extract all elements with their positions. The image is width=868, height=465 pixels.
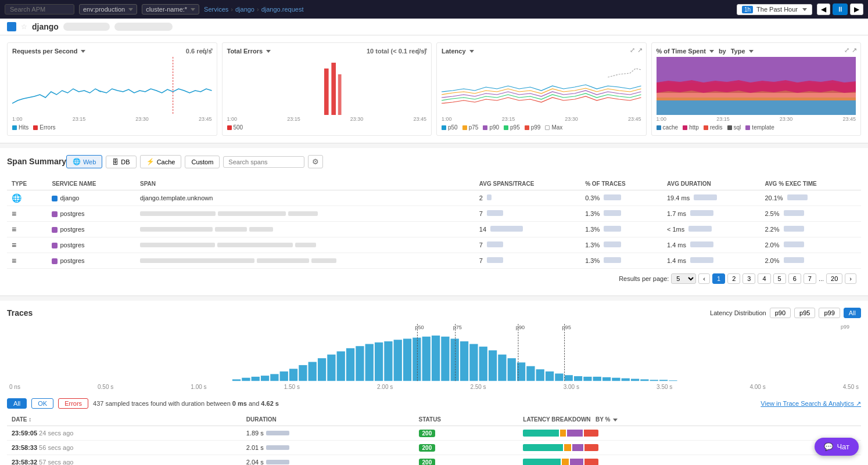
trace-status-cell: 200 xyxy=(414,441,519,455)
traces-section: Traces Latency Distribution p90 p95 p99 … xyxy=(0,301,868,465)
requests-share-btn[interactable]: ↗ xyxy=(208,46,213,54)
requests-expand-btn[interactable]: ⤢ xyxy=(200,46,206,54)
span-settings-btn[interactable]: ⚙ xyxy=(308,155,323,168)
latency-expand-btn[interactable]: ⤢ xyxy=(630,46,635,54)
requests-title: Requests per Second xyxy=(12,48,77,55)
prev-time-btn[interactable]: ◀ xyxy=(817,3,830,15)
svg-rect-43 xyxy=(536,369,544,381)
time-spent-actions: ⤢ ↗ xyxy=(844,46,857,54)
errors-header: Total Errors 10 total (< 0.1 req/s) ⤢ ↗ xyxy=(227,48,427,55)
errors-filter-btn[interactable]: Errors xyxy=(58,398,88,409)
search-spans-input[interactable] xyxy=(223,156,304,168)
p99-btn[interactable]: p99 xyxy=(819,308,840,318)
breadcrumb-request[interactable]: django.request xyxy=(261,6,304,13)
env-selector[interactable]: env:production xyxy=(79,4,137,15)
p90-btn[interactable]: p90 xyxy=(770,308,791,318)
time-spent-share-btn[interactable]: ↗ xyxy=(852,46,857,54)
charts-section: Requests per Second 0.6 req/s ⤢ ↗ 1:0023… xyxy=(0,35,868,143)
page-3-btn[interactable]: 3 xyxy=(743,273,755,284)
latency-share-btn[interactable]: ↗ xyxy=(637,46,643,54)
errors-expand-btn[interactable]: ⤢ xyxy=(415,46,420,54)
svg-rect-14 xyxy=(261,376,269,381)
errors-chart-body xyxy=(227,57,427,115)
trace-duration-cell: 2.01 s xyxy=(242,441,414,455)
traces-tbody: 23:59:05 24 secs ago 1.89 s 200 23:58:33… xyxy=(7,426,861,466)
trace-row[interactable]: 23:58:33 56 secs ago 2.01 s 200 xyxy=(7,441,861,455)
search-input[interactable] xyxy=(5,4,74,15)
next-time-btn[interactable]: ▶ xyxy=(850,3,863,15)
span-avg-spans-cell: 7 xyxy=(475,237,580,253)
cluster-selector[interactable]: cluster-name:* xyxy=(142,4,199,15)
span-service-cell: postgres xyxy=(47,237,135,253)
page-20-btn[interactable]: 20 xyxy=(826,273,842,284)
errors-legend: Errors xyxy=(33,124,55,131)
prev-page-btn[interactable]: ‹ xyxy=(698,273,710,284)
errors-dropdown-icon[interactable] xyxy=(266,50,271,53)
p95-btn[interactable]: p95 xyxy=(794,308,815,318)
time-selector[interactable]: 1h The Past Hour xyxy=(737,4,812,15)
col-latency-breakdown[interactable]: LATENCY BREAKDOWN by % xyxy=(518,413,861,426)
all-btn[interactable]: All xyxy=(844,308,861,318)
view-trace-link[interactable]: View in Trace Search & Analytics ↗ xyxy=(761,400,861,408)
latency-legend: p50 p75 p90 p95 p99 Max xyxy=(442,124,641,131)
span-section: Span Summary 🌐 Web 🗄 DB ⚡ Cache Custom ⚙ xyxy=(0,148,868,296)
span-avg-exec-cell: 2.0% xyxy=(760,253,861,269)
service-header: ☆ django xyxy=(0,19,868,35)
svg-rect-42 xyxy=(526,366,535,381)
svg-rect-46 xyxy=(565,375,573,381)
chat-icon: 💬 xyxy=(824,442,833,451)
trace-duration-cell: 1.89 s xyxy=(242,426,414,441)
svg-rect-32 xyxy=(432,336,440,381)
pagination: Results per page: 5 10 25 ‹ 1 2 3 4 5 6 … xyxy=(7,269,861,289)
svg-rect-39 xyxy=(498,355,506,381)
all-filter-btn[interactable]: All xyxy=(7,398,27,409)
svg-rect-44 xyxy=(546,372,554,381)
next-page-btn[interactable]: › xyxy=(845,273,856,284)
cache-tab[interactable]: ⚡ Cache xyxy=(140,155,182,168)
db-tab[interactable]: 🗄 DB xyxy=(106,156,136,168)
hits-legend: Hits xyxy=(12,124,28,131)
span-pct-traces-cell: 1.3% xyxy=(580,253,662,269)
page-5-btn[interactable]: 5 xyxy=(773,273,786,284)
pause-btn[interactable]: ⏸ xyxy=(833,3,848,15)
chat-button[interactable]: 💬 Чат xyxy=(815,438,859,456)
ok-filter-btn[interactable]: OK xyxy=(31,398,53,409)
type-dropdown-icon[interactable] xyxy=(749,50,754,53)
svg-rect-50 xyxy=(602,377,611,381)
histogram-container: p99 xyxy=(7,324,861,394)
svg-rect-48 xyxy=(583,377,591,381)
by-label: by xyxy=(719,48,726,55)
web-icon: 🌐 xyxy=(73,158,81,165)
per-page-select[interactable]: 5 10 25 xyxy=(671,273,696,284)
chat-label: Чат xyxy=(837,442,849,451)
page-7-btn[interactable]: 7 xyxy=(804,273,816,284)
sep1: › xyxy=(231,6,233,13)
span-avg-exec-cell: 2.5% xyxy=(760,206,861,222)
svg-rect-16 xyxy=(280,372,288,381)
breadcrumb-services[interactable]: Services xyxy=(204,6,228,13)
time-spent-expand-btn[interactable]: ⤢ xyxy=(844,46,849,54)
favorite-icon[interactable]: ☆ xyxy=(21,23,27,31)
errors-share-btn[interactable]: ↗ xyxy=(422,46,428,54)
span-avg-duration-cell: < 1ms xyxy=(662,222,760,237)
trace-row[interactable]: 23:58:32 57 secs ago 2.04 s 200 xyxy=(7,455,861,466)
breadcrumb-django[interactable]: django xyxy=(235,6,254,13)
web-tab[interactable]: 🌐 Web xyxy=(66,155,102,168)
span-row: ≡ postgres 7 1.3% 1.7 ms 2.5% xyxy=(7,206,861,222)
page-6-btn[interactable]: 6 xyxy=(788,273,801,284)
latency-dropdown-icon[interactable] xyxy=(469,50,474,53)
svg-text:p90: p90 xyxy=(516,325,525,330)
spans-tbody: 🌐 django django.template.unknown 2 0.3% … xyxy=(7,190,861,269)
trace-row[interactable]: 23:59:05 24 secs ago 1.89 s 200 xyxy=(7,426,861,441)
requests-dropdown-icon[interactable] xyxy=(81,50,85,53)
page-4-btn[interactable]: 4 xyxy=(758,273,770,284)
trace-latency-cell xyxy=(518,455,861,466)
page-2-btn[interactable]: 2 xyxy=(727,273,740,284)
traces-summary: 437 sampled traces found with duration b… xyxy=(93,400,279,407)
svg-rect-25 xyxy=(365,344,374,381)
span-avg-duration-cell: 19.4 ms xyxy=(662,190,760,206)
page-1-btn[interactable]: 1 xyxy=(712,273,725,284)
col-date[interactable]: DATE ↕ xyxy=(7,413,242,426)
custom-tab[interactable]: Custom xyxy=(185,156,220,168)
time-spent-dropdown-icon[interactable] xyxy=(709,50,714,53)
